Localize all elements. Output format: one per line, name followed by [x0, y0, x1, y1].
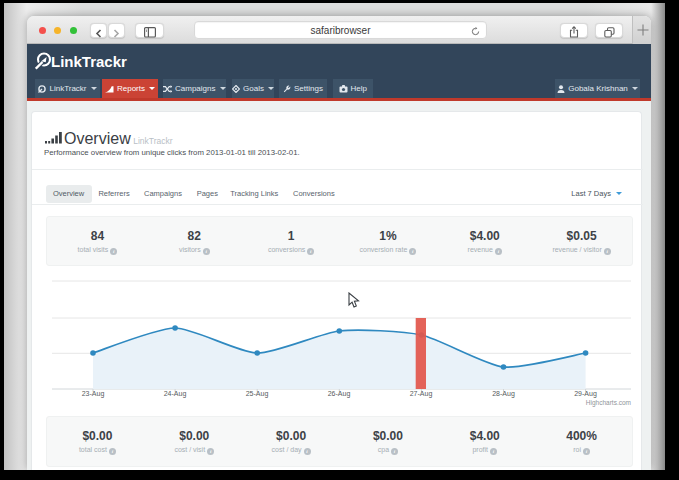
svg-text:26-Aug: 26-Aug [328, 390, 351, 398]
svg-text:27-Aug: 27-Aug [410, 390, 433, 398]
svg-text:29-Aug: 29-Aug [574, 390, 597, 398]
svg-text:23-Aug: 23-Aug [82, 390, 105, 398]
svg-text:Highcharts.com: Highcharts.com [586, 399, 631, 407]
svg-text:28-Aug: 28-Aug [492, 390, 515, 398]
svg-text:24-Aug: 24-Aug [164, 390, 187, 398]
svg-text:25-Aug: 25-Aug [246, 390, 269, 398]
